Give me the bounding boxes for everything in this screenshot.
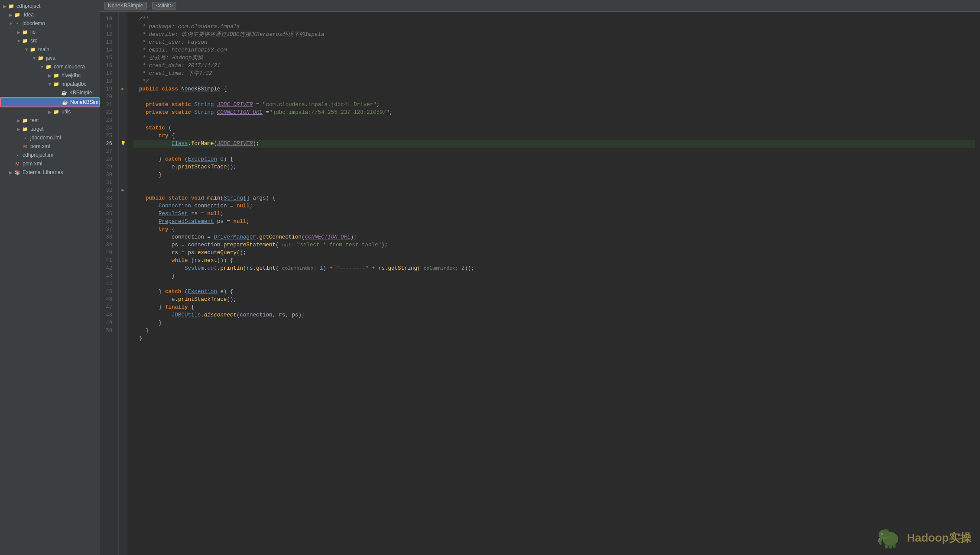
ln-43: 43	[101, 272, 115, 280]
ln-26: 26	[101, 140, 115, 148]
tree-item-kbsimple[interactable]: ☕ KBSimple	[0, 88, 100, 97]
tree-item-impalajdbc[interactable]: 📁 impalajdbc	[0, 80, 100, 88]
line-27: } catch (Exception e) {	[133, 156, 234, 162]
ln-44: 44	[101, 280, 115, 288]
line-44: } catch (Exception e) {	[133, 289, 234, 295]
kbsimple-label: KBSimple	[69, 90, 92, 96]
tree-item-nonekbsimple[interactable]: ☕ NoneKBSimple	[0, 97, 100, 107]
utils-arrow	[47, 110, 53, 114]
ext-libs-icon: 📚	[14, 169, 21, 176]
line-42: }	[133, 273, 175, 279]
gutter-50	[119, 327, 127, 335]
tree-item-hivejdbc[interactable]: 📁 hivejdbc	[0, 71, 100, 80]
tree-item-pom-jdbcdemo[interactable]: M pom.xml	[0, 142, 100, 151]
line-36: try {	[133, 226, 175, 232]
ln-32: 32	[101, 187, 115, 194]
line-39: rs = ps.executeQuery();	[133, 250, 247, 256]
breadcrumb-bar: NoneKBSimple › <clinit>	[100, 0, 980, 12]
gutter-47	[119, 303, 127, 311]
gutter-35	[119, 210, 127, 218]
idea-arrow	[8, 13, 14, 17]
tree-item-test[interactable]: 📁 test	[0, 116, 100, 125]
tree-item-java[interactable]: 📁 java	[0, 54, 100, 62]
line-46: } finally {	[133, 304, 195, 310]
breadcrumb-separator: ›	[149, 3, 150, 9]
tree-item-src[interactable]: 📁 src	[0, 36, 100, 45]
ln-35: 35	[101, 210, 115, 218]
ln-24: 24	[101, 124, 115, 132]
code-text-area[interactable]: /** * package: com.cloudera.impala * des…	[127, 12, 980, 555]
line-43	[133, 281, 136, 287]
bulb-26[interactable]: 💡	[119, 140, 127, 148]
ln-12: 12	[101, 31, 115, 39]
tree-item-main[interactable]: 📁 main	[0, 45, 100, 54]
line-24: static {	[133, 125, 172, 131]
breadcrumb-method[interactable]: <clinit>	[152, 2, 176, 10]
lib-label: lib	[30, 29, 36, 35]
ln-25: 25	[101, 132, 115, 140]
gutter-34	[119, 202, 127, 210]
tree-item-jdbcdemo-iml[interactable]: ▪ jdbcdemo.iml	[0, 133, 100, 142]
ln-38: 38	[101, 233, 115, 241]
ln-37: 37	[101, 226, 115, 233]
code-editor-area[interactable]: 10 11 12 13 14 15 16 17 18 19 20 21 22 2…	[100, 12, 980, 555]
line-15: * 公众号: Hadoop实操	[133, 55, 203, 61]
tree-root[interactable]: 📁 cdhproject	[0, 2, 100, 10]
line-10: /**	[133, 16, 149, 22]
editor-panel: NoneKBSimple › <clinit> 10 11 12 13 14 1…	[100, 0, 980, 555]
breadcrumb-class[interactable]: NoneKBSimple	[104, 2, 147, 10]
test-arrow	[16, 118, 22, 123]
file-tree-sidebar[interactable]: 📁 cdhproject 📁 .idea ▪ jdbcdemo 📁 lib 📁 …	[0, 0, 100, 555]
gutter-30	[119, 171, 127, 179]
tree-item-idea[interactable]: 📁 .idea	[0, 10, 100, 19]
line-13: * creat_user: Fayson	[133, 39, 208, 45]
gutter-49	[119, 319, 127, 327]
ext-libs-arrow	[8, 170, 14, 175]
run-button-32[interactable]: ▶	[119, 187, 127, 194]
gutter-36	[119, 218, 127, 226]
ln-27: 27	[101, 148, 115, 155]
tree-item-utils[interactable]: 📁 utils	[0, 107, 100, 116]
line-20	[133, 94, 136, 100]
jdbcdemo-iml-label: jdbcdemo.iml	[30, 135, 61, 141]
execution-gutter: ▶ 💡 ▶	[119, 12, 127, 555]
tree-item-cdhproject-iml[interactable]: ▪ cdhproject.iml	[0, 151, 100, 159]
gutter-39	[119, 241, 127, 249]
gutter-10	[119, 15, 127, 23]
run-button-19[interactable]: ▶	[119, 85, 127, 93]
line-26: Class.forName(JDBC_DRIVER);	[133, 140, 975, 148]
ln-19: 19	[101, 85, 115, 93]
java-arrow	[31, 56, 37, 61]
ln-33: 33	[101, 194, 115, 202]
ln-50: 50	[101, 327, 115, 335]
tree-item-pom-root[interactable]: M pom.xml	[0, 159, 100, 168]
ln-20: 20	[101, 93, 115, 101]
gutter-31	[119, 179, 127, 187]
lib-arrow	[16, 30, 22, 35]
tree-item-jdbcdemo[interactable]: ▪ jdbcdemo	[0, 19, 100, 28]
ln-36: 36	[101, 218, 115, 226]
ln-23: 23	[101, 116, 115, 124]
gutter-16	[119, 62, 127, 70]
ln-30: 30	[101, 171, 115, 179]
line-25: try {	[133, 133, 175, 139]
root-folder-icon: 📁	[8, 3, 15, 10]
tree-item-target[interactable]: 📁 target	[0, 125, 100, 133]
test-label: test	[30, 117, 39, 123]
java-icon: 📁	[37, 55, 44, 61]
ln-41: 41	[101, 257, 115, 265]
line-40: while (rs.next()) {	[133, 258, 234, 264]
hivejdbc-arrow	[47, 73, 53, 78]
line-12: * describe: 该例主要讲述通过JDBC连接非Kerberos环境下的I…	[133, 32, 325, 38]
com-cloudera-arrow	[39, 65, 45, 69]
tree-item-external-libraries[interactable]: 📚 External Libraries	[0, 168, 100, 177]
line-23	[133, 117, 136, 123]
ln-40: 40	[101, 249, 115, 257]
tree-item-com-cloudera[interactable]: 📁 com.cloudera	[0, 62, 100, 71]
line-number-gutter: 10 11 12 13 14 15 16 17 18 19 20 21 22 2…	[100, 12, 119, 555]
ln-29: 29	[101, 163, 115, 171]
impalajdbc-arrow	[47, 82, 53, 87]
ln-45: 45	[101, 288, 115, 296]
tree-item-lib[interactable]: 📁 lib	[0, 28, 100, 36]
gutter-18	[119, 77, 127, 85]
